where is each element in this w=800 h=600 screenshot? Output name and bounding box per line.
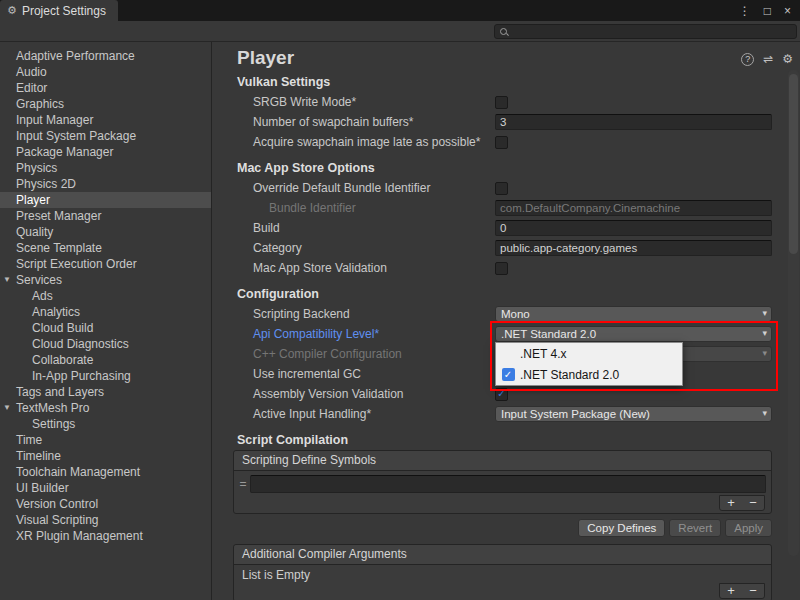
help-icon[interactable]: ? bbox=[741, 53, 754, 66]
sidebar-item-script-execution-order[interactable]: Script Execution Order bbox=[0, 256, 211, 272]
row-bundle-identifier: Bundle Identifier com.DefaultCompany.Cin… bbox=[237, 198, 772, 218]
add-button[interactable]: + bbox=[720, 584, 742, 598]
mac-app-store-validation-checkbox[interactable]: ✓ bbox=[495, 262, 508, 275]
close-icon[interactable]: × bbox=[784, 4, 791, 18]
sidebar-item-input-system-package[interactable]: Input System Package bbox=[0, 128, 211, 144]
copy-defines-button[interactable]: Copy Defines bbox=[578, 519, 665, 537]
sidebar-item-label: TextMesh Pro bbox=[16, 401, 89, 415]
sidebar-item-xr-plugin-management[interactable]: XR Plugin Management bbox=[0, 528, 211, 544]
srgb-write-mode-checkbox[interactable]: ✓ bbox=[495, 96, 508, 109]
sidebar-item-graphics[interactable]: Graphics bbox=[0, 96, 211, 112]
sidebar-item-visual-scripting[interactable]: Visual Scripting bbox=[0, 512, 211, 528]
api-compatibility-popup: ✓ .NET 4.x ✓ .NET Standard 2.0 bbox=[495, 342, 683, 386]
sidebar-item-ads[interactable]: Ads bbox=[0, 288, 211, 304]
field-label: Build bbox=[237, 221, 495, 235]
foldout-triangle-icon[interactable]: ▼ bbox=[3, 272, 11, 288]
chevron-down-icon: ▾ bbox=[762, 408, 767, 418]
sidebar-item-preset-manager[interactable]: Preset Manager bbox=[0, 208, 211, 224]
player-settings-panel: Player ? ⇌ ⚙ Vulkan Settings SRGB Write … bbox=[212, 42, 800, 600]
sidebar-item-in-app-purchasing[interactable]: In-App Purchasing bbox=[0, 368, 211, 384]
empty-list-label: List is Empty bbox=[234, 565, 771, 585]
field-label: Active Input Handling* bbox=[237, 407, 495, 421]
menu-item-net-4x[interactable]: ✓ .NET 4.x bbox=[496, 343, 682, 364]
foldout-triangle-icon[interactable]: ▼ bbox=[3, 400, 11, 416]
search-input[interactable] bbox=[509, 25, 796, 38]
field-label: Scripting Backend bbox=[237, 307, 495, 321]
tab-project-settings[interactable]: ⚙ Project Settings bbox=[0, 0, 118, 21]
sidebar-item-physics[interactable]: Physics bbox=[0, 160, 211, 176]
sidebar-item-audio[interactable]: Audio bbox=[0, 64, 211, 80]
add-button[interactable]: + bbox=[720, 496, 742, 510]
category-field[interactable]: public.app-category.games bbox=[495, 240, 772, 256]
panel-header: Scripting Define Symbols bbox=[234, 451, 771, 471]
sidebar-item-tags-and-layers[interactable]: Tags and Layers bbox=[0, 384, 211, 400]
field-label: Mac App Store Validation bbox=[237, 261, 495, 275]
sidebar-item-ui-builder[interactable]: UI Builder bbox=[0, 480, 211, 496]
define-symbol-field[interactable] bbox=[250, 475, 766, 493]
scrollbar-thumb[interactable] bbox=[789, 74, 798, 254]
chevron-down-icon: ▾ bbox=[762, 348, 767, 358]
field-label: C++ Compiler Configuration bbox=[237, 347, 495, 361]
chevron-down-icon: ▾ bbox=[762, 328, 767, 338]
check-slot: ✓ bbox=[496, 368, 520, 381]
vertical-scrollbar[interactable] bbox=[788, 70, 799, 556]
row-assembly-version-validation: Assembly Version Validation ✓ bbox=[237, 384, 772, 404]
sidebar-item-quality[interactable]: Quality bbox=[0, 224, 211, 240]
row-api-compatibility-level: Api Compatibility Level* .NET Standard 2… bbox=[237, 324, 772, 344]
sidebar-item-adaptive-performance[interactable]: Adaptive Performance bbox=[0, 48, 211, 64]
override-bundle-identifier-checkbox[interactable]: ✓ bbox=[495, 182, 508, 195]
window-titlebar: ⚙ Project Settings ⋮ □ × bbox=[0, 0, 800, 21]
sidebar-item-tmp-settings[interactable]: Settings bbox=[0, 416, 211, 432]
sidebar-item-editor[interactable]: Editor bbox=[0, 80, 211, 96]
swapchain-buffers-field[interactable]: 3 bbox=[495, 114, 772, 130]
dropdown-value: Mono bbox=[501, 308, 530, 320]
build-field[interactable]: 0 bbox=[495, 220, 772, 236]
check-icon: ✓ bbox=[502, 368, 515, 381]
gear-icon[interactable]: ⚙ bbox=[782, 52, 793, 66]
chevron-down-icon: ▾ bbox=[762, 308, 767, 318]
sidebar-item-analytics[interactable]: Analytics bbox=[0, 304, 211, 320]
row-srgb-write-mode: SRGB Write Mode* ✓ bbox=[237, 92, 772, 112]
presets-icon[interactable]: ⇌ bbox=[763, 52, 773, 66]
row-mac-app-store-validation: Mac App Store Validation ✓ bbox=[237, 258, 772, 278]
maximize-icon[interactable]: □ bbox=[764, 4, 771, 18]
active-input-handling-dropdown[interactable]: Input System Package (New) ▾ bbox=[495, 406, 772, 422]
sidebar-item-services[interactable]: ▼Services bbox=[0, 272, 211, 288]
field-label: SRGB Write Mode* bbox=[237, 95, 495, 109]
page-title: Player bbox=[237, 46, 772, 72]
bundle-identifier-field: com.DefaultCompany.Cinemachine bbox=[495, 200, 772, 216]
menu-item-net-standard-20[interactable]: ✓ .NET Standard 2.0 bbox=[496, 364, 682, 385]
field-label: Use incremental GC bbox=[237, 367, 495, 381]
sidebar-item-package-manager[interactable]: Package Manager bbox=[0, 144, 211, 160]
acquire-swapchain-checkbox[interactable]: ✓ bbox=[495, 136, 508, 149]
scripting-backend-dropdown[interactable]: Mono ▾ bbox=[495, 306, 772, 322]
sidebar-item-cloud-diagnostics[interactable]: Cloud Diagnostics bbox=[0, 336, 211, 352]
sidebar-item-textmesh-pro[interactable]: ▼TextMesh Pro bbox=[0, 400, 211, 416]
kebab-menu-icon[interactable]: ⋮ bbox=[739, 4, 751, 18]
sidebar-item-cloud-build[interactable]: Cloud Build bbox=[0, 320, 211, 336]
revert-button[interactable]: Revert bbox=[669, 519, 721, 537]
sidebar-item-version-control[interactable]: Version Control bbox=[0, 496, 211, 512]
remove-button[interactable]: − bbox=[742, 496, 764, 510]
sidebar-item-scene-template[interactable]: Scene Template bbox=[0, 240, 211, 256]
dropdown-value: Input System Package (New) bbox=[501, 408, 650, 420]
section-header-script-compilation: Script Compilation bbox=[237, 430, 772, 450]
settings-sidebar: Adaptive Performance Audio Editor Graphi… bbox=[0, 42, 212, 600]
settings-toolbar bbox=[0, 21, 800, 42]
sidebar-item-timeline[interactable]: Timeline bbox=[0, 448, 211, 464]
assembly-version-validation-checkbox[interactable]: ✓ bbox=[495, 388, 508, 401]
apply-button[interactable]: Apply bbox=[725, 519, 772, 537]
search-box[interactable] bbox=[494, 24, 797, 39]
sidebar-item-input-manager[interactable]: Input Manager bbox=[0, 112, 211, 128]
drag-handle-icon[interactable]: = bbox=[236, 477, 250, 491]
sidebar-item-player[interactable]: Player bbox=[0, 192, 211, 208]
sidebar-item-time[interactable]: Time bbox=[0, 432, 211, 448]
row-build: Build 0 bbox=[237, 218, 772, 238]
sidebar-item-toolchain-management[interactable]: Toolchain Management bbox=[0, 464, 211, 480]
remove-button[interactable]: − bbox=[742, 584, 764, 598]
sidebar-item-collaborate[interactable]: Collaborate bbox=[0, 352, 211, 368]
sidebar-item-physics-2d[interactable]: Physics 2D bbox=[0, 176, 211, 192]
search-icon bbox=[499, 27, 509, 37]
api-compatibility-dropdown[interactable]: .NET Standard 2.0 ▾ bbox=[495, 326, 772, 342]
dropdown-value: .NET Standard 2.0 bbox=[501, 328, 596, 340]
